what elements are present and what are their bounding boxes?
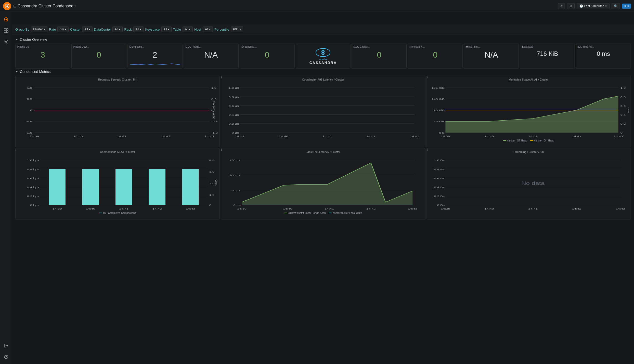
cql-requests-title: CQL Reque... — [186, 45, 236, 48]
filter-toolbar: Group By Cluster ▾ Rate 5m ▾ Cluster All… — [12, 24, 634, 34]
hints-card: ℹ Hints / 5m ... N/A — [464, 44, 519, 69]
gc-time-title: GC Time / 5... — [578, 45, 629, 48]
compactions-dot — [99, 213, 102, 213]
svg-point-18 — [6, 358, 6, 358]
data-size-info-icon[interactable]: ℹ — [522, 45, 523, 48]
memtable-space-chart: 195 KiB 146 KiB 98 KiB 49 KiB 0 B 1.0 0.… — [429, 82, 629, 138]
sidebar-item-settings[interactable] — [1, 37, 11, 47]
streaming-info[interactable]: ℹ — [427, 148, 428, 151]
cql-clients-card: ℹ CQL Clients... 0 — [352, 44, 407, 69]
search-button[interactable]: 🔍 — [612, 3, 620, 9]
svg-text:14:40: 14:40 — [86, 207, 95, 210]
svg-text:14:39: 14:39 — [53, 207, 62, 210]
range-scan-dot — [284, 213, 287, 213]
group-by-label: Group By — [15, 28, 29, 31]
top-nav: ⊞ Cassandra Cluster Condensed ▾ ↗ 🖥 🕐 La… — [0, 0, 634, 12]
grafana-logo[interactable] — [3, 2, 11, 10]
svg-text:0.6 Bs: 0.6 Bs — [434, 177, 445, 180]
condensed-metrics-collapse[interactable]: ▼ — [15, 70, 18, 73]
memtable-legend: cluster : Off Heap cluster : On Heap — [429, 139, 629, 142]
svg-text:14:42: 14:42 — [572, 135, 581, 138]
condensed-metrics-title: Condensed Metrics — [20, 70, 51, 74]
nodes-up-info-icon[interactable]: ℹ — [17, 45, 18, 48]
tv-mode-button[interactable]: 🖥 — [567, 3, 575, 9]
rate-dropdown[interactable]: 5m ▾ — [57, 27, 69, 32]
cql-clients-info-icon[interactable]: ℹ — [353, 45, 354, 48]
sidebar-item-home[interactable] — [1, 14, 11, 24]
nodes-down-value: 0 — [74, 48, 124, 62]
cql-clients-value: 0 — [354, 48, 404, 62]
percentile-dropdown[interactable]: P95 ▾ — [231, 27, 243, 32]
condensed-metrics-section-header: ▼ Condensed Metrics — [15, 70, 631, 74]
cluster-overview-collapse[interactable]: ▼ — [15, 38, 18, 41]
svg-text:0.4 µs: 0.4 µs — [229, 113, 239, 116]
group-by-dropdown[interactable]: Cluster ▾ — [31, 27, 47, 32]
host-dropdown[interactable]: All ▾ — [203, 27, 213, 32]
svg-marker-77 — [445, 96, 618, 133]
hints-title: Hints / 5m ... — [466, 45, 516, 48]
svg-text:3.0: 3.0 — [209, 171, 214, 173]
svg-text:0 bps: 0 bps — [30, 204, 39, 207]
compactions-info[interactable]: ℹ — [16, 148, 17, 151]
table-latency-panel: ℹ Table P95 Latency / Cluster 150 µs 100… — [221, 148, 425, 219]
hints-info-icon[interactable]: ℹ — [465, 45, 467, 48]
refresh-badge[interactable]: 30s — [622, 4, 631, 9]
gc-time-card: ℹ GC Time / 5... 0 ms — [576, 44, 631, 69]
svg-text:14:43: 14:43 — [616, 207, 625, 210]
rack-label: Rack — [124, 28, 132, 31]
off-heap-label: cluster : Off Heap — [507, 139, 527, 142]
svg-text:14:39: 14:39 — [441, 135, 450, 138]
timeouts-info-icon[interactable]: ℹ — [409, 45, 410, 48]
table-latency-info[interactable]: ℹ — [221, 148, 222, 151]
svg-text:No data: No data — [521, 181, 545, 186]
datacenter-dropdown[interactable]: All ▾ — [112, 27, 123, 32]
time-range-button[interactable]: 🕐 Last 5 minutes ▾ — [577, 3, 610, 9]
compactions-label: by : Completed Compactions — [103, 212, 136, 214]
svg-text:14:40: 14:40 — [484, 207, 494, 210]
svg-text:0.2 bps: 0.2 bps — [27, 195, 39, 198]
keyspace-dropdown[interactable]: All ▾ — [161, 27, 172, 32]
nodes-down-card: ℹ Nodes Dow... 0 — [71, 44, 126, 69]
timeouts-card: ℹ Timeouts / ... 0 — [408, 44, 463, 69]
dashboard-dropdown-arrow[interactable]: ▾ — [74, 5, 76, 7]
nodes-down-title: Nodes Dow... — [74, 45, 124, 48]
svg-text:0.6: 0.6 — [620, 105, 625, 107]
content-area: ▼ Cluster Overview ℹ Nodes Up 3 ℹ Nodes … — [12, 34, 634, 223]
compaction-info-icon[interactable]: ℹ — [129, 45, 130, 48]
on-heap-dot — [530, 140, 533, 141]
svg-text:14:40: 14:40 — [484, 135, 494, 138]
gc-time-info-icon[interactable]: ℹ — [578, 45, 579, 48]
local-write-label: cluster:cluster Local Write — [333, 212, 362, 214]
svg-text:1.0: 1.0 — [27, 87, 32, 89]
cluster-dropdown[interactable]: All ▾ — [82, 27, 92, 32]
svg-marker-121 — [242, 163, 413, 205]
nodes-up-title: Nodes Up — [18, 45, 68, 48]
requests-served-info[interactable]: ℹ — [16, 76, 17, 79]
svg-rect-102 — [49, 169, 66, 205]
cluster-overview-section-header: ▼ Cluster Overview — [15, 37, 631, 42]
coordinator-latency-info[interactable]: ℹ — [221, 76, 222, 79]
dropped-m-card: ℹ Dropped M... 0 — [240, 44, 295, 69]
svg-text:4.0: 4.0 — [209, 159, 214, 162]
sidebar-item-signin[interactable] — [1, 341, 11, 351]
share-button[interactable]: ↗ — [558, 3, 565, 9]
streaming-title: Streaming / Cluster / 5m — [429, 150, 629, 153]
sidebar-item-help[interactable] — [1, 352, 11, 362]
requests-served-title: Requests Served / Cluster / 5m — [18, 78, 217, 81]
dropped-m-info-icon[interactable]: ℹ — [241, 45, 242, 48]
table-dropdown[interactable]: All ▾ — [183, 27, 193, 32]
svg-text:2.0: 2.0 — [209, 182, 214, 185]
svg-text:-0.5: -0.5 — [211, 120, 218, 123]
nodes-down-info-icon[interactable]: ℹ — [73, 45, 74, 48]
compaction-title: Compactio... — [130, 45, 180, 48]
gc-time-value: 0 ms — [578, 48, 629, 59]
memtable-space-info[interactable]: ℹ — [427, 76, 428, 79]
svg-text:14:39: 14:39 — [30, 135, 39, 138]
sidebar-item-dashboards[interactable] — [1, 25, 11, 36]
rack-dropdown[interactable]: All ▾ — [133, 27, 144, 32]
compaction-card: ℹ Compactio... 2 — [127, 44, 183, 69]
data-size-card: ℹ Data Size 716 KiB — [520, 44, 575, 69]
cql-requests-info-icon[interactable]: ℹ — [185, 45, 186, 48]
nodes-up-value: 3 — [18, 48, 68, 62]
svg-point-7 — [5, 19, 7, 20]
